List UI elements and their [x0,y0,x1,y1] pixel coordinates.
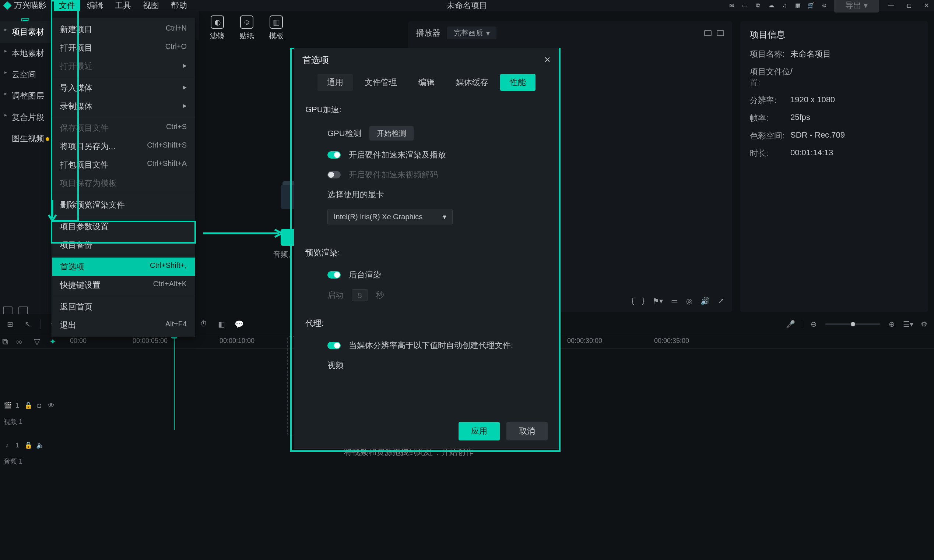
app-name: 万兴喵影 [14,0,46,11]
sidebar-item-cloud[interactable]: 云空间 [0,64,53,85]
eye-icon[interactable]: 👁 [48,402,54,409]
snapshot-icon[interactable]: ◎ [686,297,692,305]
menu-project-backup[interactable]: 项目备份 [52,236,195,254]
menu-save-project[interactable]: 保存项目文件Ctrl+S [52,119,195,137]
preview-quality-select[interactable]: 完整画质▾ [447,26,497,39]
tl-grid-icon[interactable]: ⊞ [5,320,15,329]
tl-settings-icon[interactable]: ⚙ [919,320,929,329]
preview-label: 播放器 [416,28,440,38]
menu-save-as[interactable]: 将项目另存为...Ctrl+Shift+S [52,137,195,155]
menu-archive-project[interactable]: 打包项目文件Ctrl+Shift+A [52,155,195,174]
prefs-tab-performance[interactable]: 性能 [500,74,536,91]
sidebar-item-project-assets[interactable]: 项目素材 [0,22,53,43]
preview-monitor-icon[interactable]: ▭ [671,297,678,305]
single-view-icon[interactable] [717,30,724,36]
zoom-out-icon[interactable]: ⊖ [809,320,818,329]
monitor-icon[interactable]: ▭ [741,2,748,9]
seconds-label: 秒 [376,289,384,301]
hw-render-toggle[interactable] [327,151,341,158]
tl-speed-icon[interactable]: ⏱ [199,320,208,328]
mark-in-icon[interactable]: { [631,297,634,305]
prefs-tab-files[interactable]: 文件管理 [355,74,407,91]
prefs-tab-cache[interactable]: 媒体缓存 [446,74,498,91]
headphone-icon[interactable]: ♫ [781,2,788,9]
ruler-tick: 00:00 [70,337,86,345]
prefs-apply-button[interactable]: 应用 [459,422,500,440]
ruler-tick: 00:00:30:00 [567,337,602,345]
tl-snap-icon[interactable]: ✦ [49,337,56,346]
sidebar-item-adjustment[interactable]: 调整图层 [0,85,53,107]
menu-go-home[interactable]: 返回首页 [52,298,195,316]
settings-dropdown-icon[interactable]: ⚑▾ [653,297,663,305]
new-folder-icon[interactable] [3,306,12,315]
mark-out-icon[interactable]: } [642,297,645,305]
apps-icon[interactable]: ▦ [794,2,801,9]
cart-icon[interactable]: 🛒 [808,2,814,9]
tl-magnet-icon[interactable]: ⧉ [2,337,8,346]
bg-render-toggle[interactable] [327,271,341,278]
prefs-tab-edit[interactable]: 编辑 [409,74,444,91]
minimize-button[interactable]: — [885,2,897,9]
mute-icon[interactable]: ◘ [36,402,43,409]
app-logo-icon [3,1,12,9]
chevron-down-icon: ▾ [864,1,868,10]
gpu-detect-button[interactable]: 开始检测 [369,126,414,140]
speaker-icon[interactable]: 🔈 [36,441,43,449]
tl-view-options-icon[interactable]: ☰▾ [903,320,912,329]
tl-caption-icon[interactable]: 💬 [234,320,244,329]
export-button[interactable]: 导出 ▾ [834,0,879,12]
lock-icon[interactable]: 🔒 [24,441,31,449]
playhead[interactable] [174,334,174,430]
zoom-slider[interactable] [825,323,880,325]
save-cloud-icon[interactable]: ⧉ [755,2,761,9]
menu-shortcuts[interactable]: 快捷键设置Ctrl+Alt+K [52,276,195,294]
lock-icon[interactable]: 🔒 [24,402,31,409]
info-res-key: 分辨率: [750,95,790,106]
sidebar-item-local-assets[interactable]: 本地素材 [0,43,53,64]
info-title: 项目信息 [750,29,919,40]
volume-icon[interactable]: 🔊 [701,297,710,305]
maximize-button[interactable]: ◻ [904,2,914,9]
proxy-section-title: 代理: [305,318,548,329]
bg-render-start-seconds[interactable]: 5 [352,289,368,301]
menu-save-as-template[interactable]: 项目保存为模板 [52,174,195,192]
tl-color-icon[interactable]: ◧ [216,320,226,329]
tl-marker-icon[interactable]: ▽ [34,337,40,346]
fullscreen-icon[interactable]: ⤢ [718,297,724,305]
menu-record-media[interactable]: 录制媒体 [52,97,195,115]
compare-view-icon[interactable] [704,30,712,36]
menu-open-project[interactable]: 打开项目Ctrl+O [52,38,195,57]
menu-preferences[interactable]: 首选项Ctrl+Shift+, [52,258,195,276]
hw-decode-toggle [327,171,341,178]
zoom-in-icon[interactable]: ⊕ [887,320,897,329]
prefs-body: GPU加速: GPU检测 开始检测 开启硬件加速来渲染及播放 开启硬件加速来视频… [294,95,559,379]
info-colorspace-key: 色彩空间: [750,130,790,141]
menu-exit[interactable]: 退出Alt+F4 [52,316,195,334]
menu-new-project[interactable]: 新建项目Ctrl+N [52,20,195,38]
user-icon[interactable]: ☺ [821,2,827,9]
file-dropdown-menu: 新建项目Ctrl+N 打开项目Ctrl+O 打开最近 导入媒体 录制媒体 保存项… [52,18,195,337]
menu-open-recent[interactable]: 打开最近 [52,57,195,75]
sidebar-item-img2vid[interactable]: 图生视频 [0,128,53,149]
menu-import-media[interactable]: 导入媒体 [52,79,195,97]
preview-render-section-title: 预览渲染: [305,247,548,258]
new-badge-icon [46,137,49,141]
prefs-cancel-button[interactable]: 取消 [506,422,548,440]
prefs-close-button[interactable]: ✕ [544,55,551,65]
gpu-select[interactable]: Intel(R) Iris(R) Xe Graphics ▾ [327,209,452,225]
menu-project-params[interactable]: 项目参数设置 [52,217,195,236]
preferences-dialog: 首选项 ✕ 通用 文件管理 编辑 媒体缓存 性能 GPU加速: GPU检测 开始… [294,48,559,449]
close-window-button[interactable]: ✕ [921,2,932,9]
tl-mic-icon[interactable]: 🎤 [786,320,795,329]
prefs-tab-general[interactable]: 通用 [318,74,353,91]
info-duration-value: 00:01:14:13 [790,148,833,159]
sidebar-item-compound[interactable]: 复合片段 [0,107,53,128]
tl-link-icon[interactable]: ∞ [16,337,22,346]
tl-pointer-icon[interactable]: ↖ [23,320,32,329]
proxy-auto-toggle[interactable] [327,342,341,349]
folder-icon[interactable] [19,306,28,315]
message-icon[interactable]: ✉ [728,2,735,9]
menu-delete-preview-cache[interactable]: 删除预览渲染文件 [52,196,195,214]
cloud-upload-icon[interactable]: ☁ [768,2,775,9]
export-label: 导出 [845,0,861,11]
